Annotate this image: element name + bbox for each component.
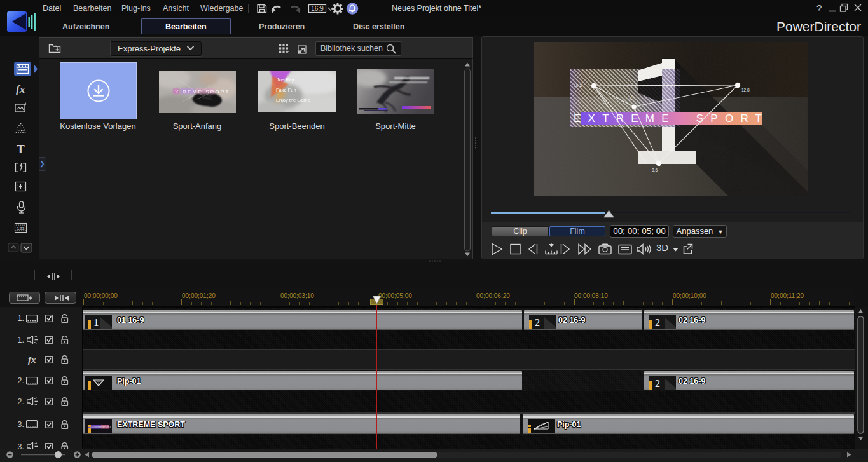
svg-text:Enjoy the Game: Enjoy the Game <box>276 97 310 103</box>
svg-text:fx: fx <box>16 83 25 95</box>
svg-text:2: 2 <box>655 378 660 389</box>
svg-text:?: ? <box>816 3 822 13</box>
svg-text:2: 2 <box>535 317 540 328</box>
svg-text:Fake Fun: Fake Fun <box>276 87 296 93</box>
svg-text:Joe Ray: Joe Ray <box>277 77 294 83</box>
svg-text:16:9: 16:9 <box>311 5 324 12</box>
svg-text:2: 2 <box>655 317 660 328</box>
svg-text:1: 1 <box>93 316 99 329</box>
svg-text:T: T <box>17 142 25 156</box>
svg-text:X REME SPORT: X REME SPORT <box>175 89 230 95</box>
svg-text:EXTREME SPORT: EXTREME SPORT <box>90 425 112 428</box>
svg-text:123: 123 <box>17 226 25 231</box>
